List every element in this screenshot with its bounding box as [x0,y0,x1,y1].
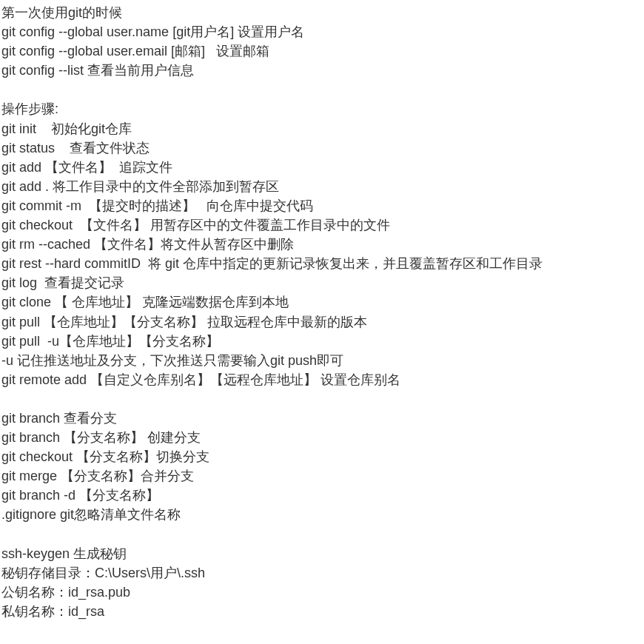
text-line: git config --global user.name [git用户名] 设… [1,22,643,41]
text-line: git config --list 查看当前用户信息 [1,61,643,80]
text-line: git merge 【分支名称】合并分支 [1,466,643,486]
text-line: git branch 查看分支 [1,409,643,428]
text-line: git remote add 【自定义仓库别名】【远程仓库地址】 设置仓库别名 [1,370,643,389]
text-line: git checkout 【文件名】 用暂存区中的文件覆盖工作目录中的文件 [1,215,643,235]
text-line: 操作步骤: [1,99,643,118]
blank-line [1,525,643,544]
text-line: git add 【文件名】 追踪文件 [1,158,643,177]
text-line: 秘钥存储目录：C:\Users\用户\.ssh [1,563,643,583]
document-content: 第一次使用git的时候 git config --global user.nam… [1,3,643,621]
text-line: ssh-keygen 生成秘钥 [1,544,643,563]
text-line: .gitignore git忽略清单文件名称 [1,505,643,524]
text-line: git pull 【仓库地址】【分支名称】 拉取远程仓库中最新的版本 [1,312,643,332]
text-line: git add . 将工作目录中的文件全部添加到暂存区 [1,177,643,196]
text-line: git log 查看提交记录 [1,273,643,292]
text-line: 公钥名称：id_rsa.pub [1,583,643,602]
text-line: git status 查看文件状态 [1,138,643,158]
text-line: git pull -u【仓库地址】【分支名称】 [1,332,643,351]
text-line: 私钥名称：id_rsa [1,602,643,621]
text-line: git config --global user.email [邮箱] 设置邮箱 [1,41,643,61]
text-line: git checkout 【分支名称】切换分支 [1,447,643,466]
text-line: -u 记住推送地址及分支，下次推送只需要输入git push即可 [1,351,643,370]
blank-line [1,80,643,99]
text-line: 第一次使用git的时候 [1,3,643,22]
blank-line [1,389,643,409]
text-line: git branch 【分支名称】 创建分支 [1,428,643,447]
text-line: git branch -d 【分支名称】 [1,486,643,505]
text-line: git rm --cached 【文件名】将文件从暂存区中删除 [1,235,643,254]
text-line: git clone 【 仓库地址】 克隆远端数据仓库到本地 [1,292,643,312]
text-line: git init 初始化git仓库 [1,119,643,138]
text-line: git rest --hard commitID 将 git 仓库中指定的更新记… [1,254,643,273]
text-line: git commit -m 【提交时的描述】 向仓库中提交代码 [1,196,643,215]
